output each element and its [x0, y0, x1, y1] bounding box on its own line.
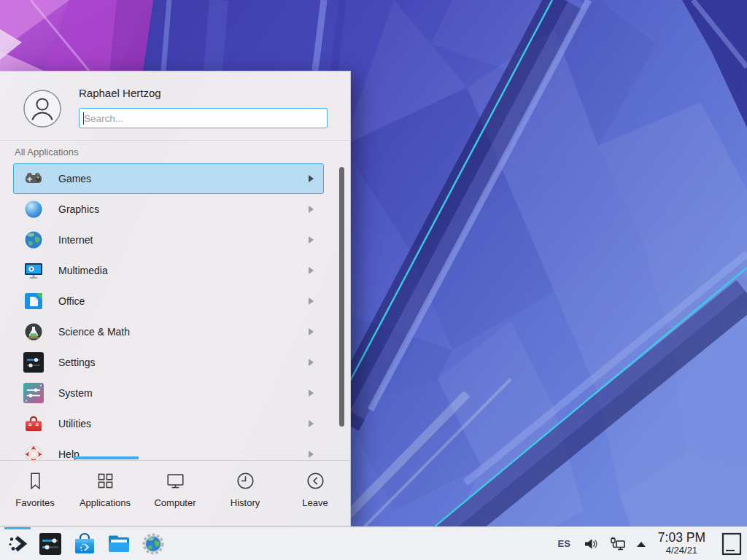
app-category-label: Utilities [58, 418, 91, 429]
lifebuoy-icon [23, 444, 44, 460]
tab-applications[interactable]: Applications [70, 461, 140, 527]
clock-date: 4/24/21 [658, 545, 705, 556]
active-tab-indicator [74, 456, 139, 459]
search-input[interactable] [79, 108, 328, 128]
bookmark-icon [25, 470, 46, 491]
submenu-arrow-icon [309, 328, 314, 335]
system-tray: ES 7:03 PM 4/24/21 [557, 531, 743, 557]
submenu-arrow-icon [309, 175, 314, 182]
sphere-icon [23, 199, 44, 219]
app-category-label: Games [58, 173, 91, 184]
sliders-gradient-icon [23, 383, 44, 403]
sliders-dark-icon [23, 352, 44, 373]
show-desktop-button[interactable] [721, 531, 743, 557]
expand-tray-icon[interactable] [635, 540, 647, 548]
software-store-task-button[interactable] [72, 532, 97, 556]
clock-icon [235, 470, 256, 491]
app-category-games[interactable]: Games [13, 163, 324, 194]
app-category-label: Office [58, 295, 85, 307]
app-category-label: Settings [58, 357, 96, 368]
tab-history[interactable]: History [210, 461, 280, 527]
tab-label: Computer [154, 497, 196, 508]
file-manager-task-button[interactable] [107, 532, 131, 556]
header-divider [0, 140, 350, 141]
show-desktop-icon [721, 532, 742, 556]
tab-favorites[interactable]: Favorites [0, 461, 70, 527]
tab-label: Leave [302, 497, 328, 508]
tab-label: History [231, 497, 260, 508]
submenu-arrow-icon [309, 298, 314, 305]
app-category-internet[interactable]: Internet [13, 225, 324, 255]
scrollbar[interactable] [339, 167, 344, 427]
tab-leave[interactable]: Leave [280, 461, 350, 527]
app-category-settings[interactable]: Settings [13, 347, 324, 378]
computer-icon [165, 470, 186, 491]
web-browser-task-button[interactable] [141, 532, 166, 556]
submenu-arrow-icon [309, 359, 314, 366]
clock-time: 7:03 PM [658, 531, 705, 545]
app-category-label: System [58, 387, 93, 399]
tab-label: Favorites [15, 497, 54, 508]
submenu-arrow-icon [309, 206, 314, 213]
settings-task-button[interactable] [38, 532, 63, 556]
keyboard-layout-indicator[interactable]: ES [557, 538, 570, 549]
app-category-graphics[interactable]: Graphics [13, 194, 324, 225]
submenu-arrow-icon [309, 389, 314, 397]
app-category-label: Graphics [58, 203, 99, 215]
tab-computer[interactable]: Computer [140, 461, 210, 527]
flask-icon [23, 322, 44, 342]
app-category-help[interactable]: Help [13, 439, 324, 460]
kali-menu-icon [7, 533, 28, 555]
avatar[interactable] [23, 90, 61, 128]
app-category-office[interactable]: Office [13, 286, 324, 316]
web-browser-icon [141, 532, 166, 556]
app-category-science-math[interactable]: Science & Math [13, 316, 324, 347]
tab-label: Applications [80, 497, 131, 508]
submenu-arrow-icon [309, 267, 314, 274]
app-category-label: Internet [58, 234, 93, 246]
settings-sliders-icon [38, 532, 63, 556]
toolbox-icon [23, 413, 44, 434]
launcher-tabbar: Favorites Applications Computer History [0, 461, 350, 527]
gamepad-icon [23, 168, 44, 189]
software-store-icon [72, 532, 97, 556]
file-manager-icon [107, 532, 131, 556]
leave-icon [305, 470, 326, 491]
taskbar: ES 7:03 PM 4/24/21 [0, 526, 747, 560]
app-launcher-button[interactable] [1, 527, 34, 560]
user-name: Raphael Hertzog [79, 87, 161, 99]
globe-icon [23, 230, 44, 250]
submenu-arrow-icon [309, 451, 314, 458]
app-category-multimedia[interactable]: Multimedia [13, 255, 324, 286]
app-category-list: Games Graphics Internet [0, 163, 350, 460]
app-category-system[interactable]: System [13, 378, 324, 408]
documents-icon [23, 291, 44, 311]
submenu-arrow-icon [309, 420, 314, 427]
network-wired-icon[interactable] [609, 536, 626, 552]
submenu-arrow-icon [309, 236, 314, 244]
grid-icon [95, 470, 116, 491]
text-caret [83, 112, 84, 125]
app-category-utilities[interactable]: Utilities [13, 408, 324, 439]
digital-clock[interactable]: 7:03 PM 4/24/21 [658, 531, 705, 556]
app-category-label: Multimedia [58, 265, 108, 276]
section-label: All Applications [15, 147, 78, 158]
application-launcher: Raphael Hertzog All Applications Games [0, 71, 351, 526]
app-category-label: Science & Math [58, 326, 130, 338]
monitor-play-icon [23, 260, 44, 281]
volume-icon[interactable] [583, 536, 599, 552]
active-task-indicator [4, 527, 31, 529]
